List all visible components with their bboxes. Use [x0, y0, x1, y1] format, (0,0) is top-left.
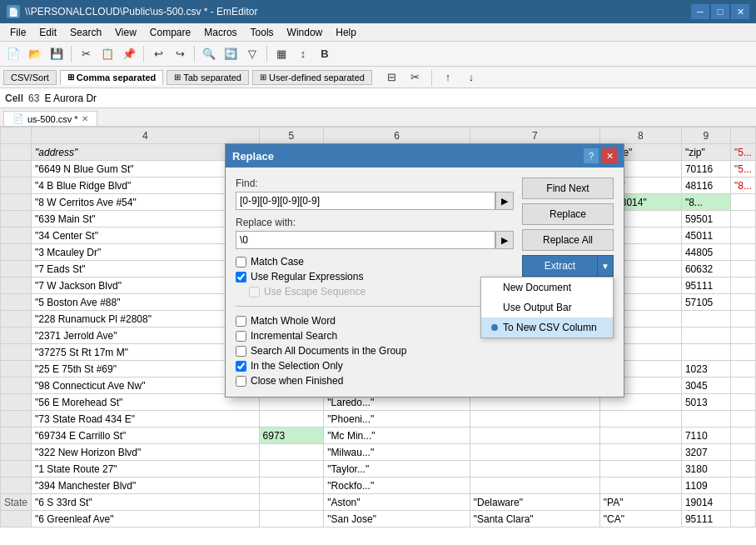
col-6-header[interactable]: 6: [324, 128, 470, 144]
menu-edit[interactable]: Edit: [32, 25, 63, 40]
cell[interactable]: [681, 328, 730, 344]
minimize-button[interactable]: ─: [691, 4, 709, 19]
col-5-header[interactable]: 5: [259, 128, 324, 144]
cell[interactable]: [259, 478, 324, 494]
filter-button[interactable]: ▽: [242, 44, 262, 64]
dialog-help-btn[interactable]: ?: [584, 148, 599, 163]
new-button[interactable]: 📄: [3, 44, 23, 64]
cell[interactable]: 45011: [681, 228, 730, 244]
scissors-btn[interactable]: ✂: [405, 68, 425, 88]
cell[interactable]: "1 State Route 27": [32, 461, 260, 478]
col-toggle-btn[interactable]: ⊟: [382, 68, 402, 88]
redo-button[interactable]: ↪: [170, 44, 190, 64]
sort-button[interactable]: ↕: [293, 44, 313, 64]
cell[interactable]: "Taylor...": [324, 461, 470, 478]
cell[interactable]: [259, 511, 324, 528]
dropdown-to-csv-column[interactable]: To New CSV Column: [481, 318, 613, 338]
cell[interactable]: [681, 411, 730, 428]
use-regex-checkbox[interactable]: [236, 272, 246, 282]
menu-help[interactable]: Help: [329, 25, 363, 40]
match-case-checkbox[interactable]: [236, 257, 246, 268]
cell[interactable]: 3180: [681, 461, 730, 478]
cell[interactable]: [470, 444, 599, 461]
menu-macros[interactable]: Macros: [197, 25, 243, 40]
copy-button[interactable]: 📋: [97, 44, 117, 64]
cell[interactable]: [470, 478, 599, 494]
cell[interactable]: "PA": [599, 494, 681, 511]
tab-close-btn[interactable]: ✕: [82, 114, 88, 123]
all-docs-checkbox[interactable]: [236, 346, 246, 357]
user-defined-tab[interactable]: ⊞ User-defined separated: [252, 70, 372, 85]
maximize-button[interactable]: □: [711, 4, 729, 19]
menu-window[interactable]: Window: [281, 25, 330, 40]
cell[interactable]: "CA": [599, 511, 681, 528]
find-input[interactable]: [236, 192, 495, 210]
use-escape-checkbox[interactable]: [249, 287, 260, 298]
cell[interactable]: [259, 461, 324, 478]
cell[interactable]: "Delaware": [470, 494, 599, 511]
match-whole-checkbox[interactable]: [236, 316, 246, 327]
col-7-header[interactable]: 7: [470, 128, 599, 144]
cell[interactable]: 1109: [681, 478, 730, 494]
replace-input[interactable]: [236, 231, 495, 249]
cell[interactable]: "322 New Horizon Blvd": [32, 444, 260, 461]
cell[interactable]: "Rockfo...": [324, 478, 470, 494]
cell[interactable]: "Phoeni...": [324, 411, 470, 428]
menu-file[interactable]: File: [3, 25, 32, 40]
close-button[interactable]: ✕: [731, 4, 749, 19]
cell[interactable]: "Milwau...": [324, 444, 470, 461]
cell[interactable]: [681, 311, 730, 328]
cut-button[interactable]: ✂: [76, 44, 96, 64]
cell[interactable]: "Mc Min...": [324, 428, 470, 444]
cell[interactable]: [599, 411, 681, 428]
save-button[interactable]: 💾: [47, 44, 67, 64]
cell[interactable]: "73 State Road 434 E": [32, 411, 260, 428]
cell[interactable]: 44805: [681, 244, 730, 261]
cell[interactable]: "394 Manchester Blvd": [32, 478, 260, 494]
cell[interactable]: 6973: [259, 428, 324, 444]
cell[interactable]: 59501: [681, 211, 730, 228]
dropdown-use-output-bar[interactable]: Use Output Bar: [481, 298, 613, 318]
cell[interactable]: 19014: [681, 494, 730, 511]
paste-button[interactable]: 📌: [119, 44, 139, 64]
extract-dropdown-arrow[interactable]: ▼: [597, 255, 614, 277]
cell[interactable]: "Aston": [324, 494, 470, 511]
comma-separated-tab[interactable]: ⊞ Comma separated: [60, 70, 163, 85]
cell[interactable]: 48116: [681, 178, 730, 194]
open-button[interactable]: 📂: [25, 44, 45, 64]
dropdown-new-document[interactable]: New Document: [481, 278, 613, 298]
cell[interactable]: [470, 411, 599, 428]
cell[interactable]: 1023: [681, 361, 730, 378]
file-tab[interactable]: 📄 us-500.csv * ✕: [3, 111, 97, 126]
cell[interactable]: "8...: [681, 194, 730, 211]
col-button[interactable]: ▦: [271, 44, 291, 64]
csv-sort-tab[interactable]: CSV/Sort: [3, 70, 57, 85]
cell[interactable]: [599, 444, 681, 461]
close-when-finished-checkbox[interactable]: [236, 376, 246, 387]
cell[interactable]: 7110: [681, 428, 730, 444]
menu-compare[interactable]: Compare: [143, 25, 197, 40]
cell[interactable]: 57105: [681, 294, 730, 311]
cell[interactable]: "69734 E Carrillo St": [32, 428, 260, 444]
sort-asc-btn[interactable]: ↑: [438, 68, 458, 88]
incremental-checkbox[interactable]: [236, 331, 246, 342]
search-button[interactable]: 🔍: [199, 44, 219, 64]
cell[interactable]: "6 Greenleaf Ave": [32, 511, 260, 528]
replace-expand-btn[interactable]: ▶: [495, 231, 514, 249]
cell[interactable]: 5013: [681, 394, 730, 411]
cell[interactable]: [599, 478, 681, 494]
cell[interactable]: 60632: [681, 261, 730, 278]
cell[interactable]: 3207: [681, 444, 730, 461]
menu-tools[interactable]: Tools: [244, 25, 281, 40]
cell[interactable]: [470, 461, 599, 478]
undo-button[interactable]: ↩: [148, 44, 168, 64]
cell[interactable]: 70116: [681, 161, 730, 178]
replace-button[interactable]: Replace: [522, 203, 614, 225]
cell[interactable]: "6 S 33rd St": [32, 494, 260, 511]
cell[interactable]: 95111: [681, 278, 730, 294]
cell[interactable]: "Santa Clara": [470, 511, 599, 528]
find-expand-btn[interactable]: ▶: [495, 192, 514, 210]
col-4-header[interactable]: 4: [32, 128, 260, 144]
cell[interactable]: [470, 428, 599, 444]
cell[interactable]: "San Jose": [324, 511, 470, 528]
